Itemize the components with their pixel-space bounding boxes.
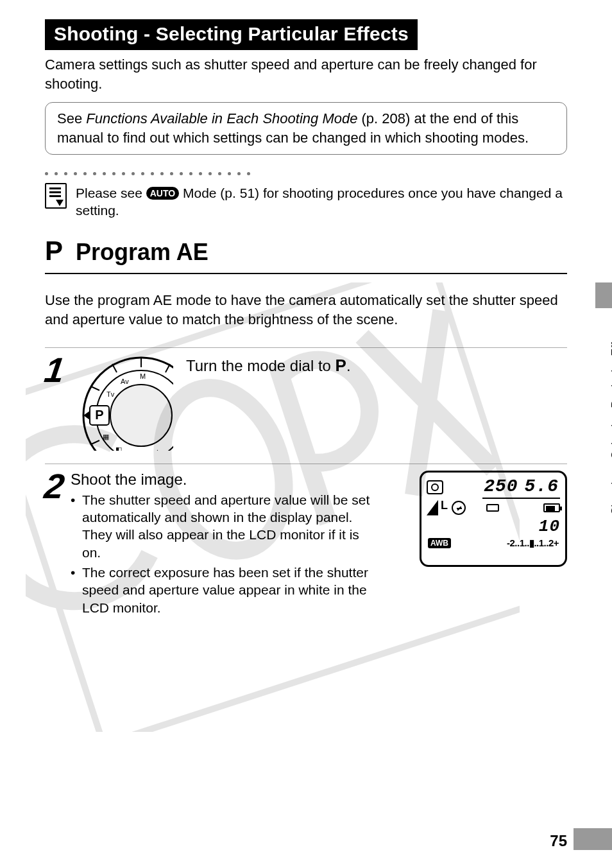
step-1: 1 P bbox=[45, 347, 567, 451]
step-1-instruction: Turn the mode dial to P. bbox=[186, 354, 351, 376]
flash-redeye-icon bbox=[452, 501, 466, 515]
step-2: 2 Shoot the image. The shutter speed and… bbox=[45, 464, 567, 619]
battery-icon bbox=[543, 503, 560, 512]
metering-mode-icon bbox=[427, 480, 443, 494]
side-tab-label: Shooting - Selecting Particular Effects bbox=[609, 321, 612, 515]
svg-text:▲: ▲ bbox=[154, 447, 161, 451]
section-description: Use the program AE mode to have the came… bbox=[45, 291, 567, 329]
chapter-heading: Shooting - Selecting Particular Effects bbox=[45, 19, 418, 50]
dotted-separator bbox=[45, 168, 567, 179]
step-2-heading: Shoot the image. bbox=[71, 471, 413, 489]
step-1-mode-letter: P bbox=[336, 356, 346, 375]
intro-paragraph: Camera settings such as shutter speed an… bbox=[45, 55, 567, 93]
step-2-bullet-2: The correct exposure has been set if the… bbox=[71, 564, 372, 616]
tip-text: Please see AUTO Mode (p. 51) for shootin… bbox=[76, 183, 567, 220]
step-1-text-post: . bbox=[346, 357, 351, 374]
step-1-text-pre: Turn the mode dial to bbox=[186, 357, 336, 374]
note-icon bbox=[45, 183, 67, 209]
image-quality-icon bbox=[427, 500, 438, 516]
callout-text-em: Functions Available in Each Shooting Mod… bbox=[86, 110, 357, 126]
svg-text:Av: Av bbox=[121, 378, 129, 385]
svg-text:◧: ◧ bbox=[115, 446, 122, 451]
awb-badge: AWB bbox=[428, 538, 451, 548]
section-heading: P Program AE bbox=[45, 236, 567, 274]
svg-text:M: M bbox=[140, 372, 146, 380]
image-size-letter: L bbox=[441, 499, 448, 512]
svg-text:Tv: Tv bbox=[106, 390, 115, 398]
section-title: Program AE bbox=[76, 239, 208, 266]
svg-text:P: P bbox=[95, 408, 103, 422]
step-number-2: 2 bbox=[43, 471, 73, 502]
page-number: 75 bbox=[550, 832, 567, 850]
side-tab-marker bbox=[595, 282, 612, 308]
auto-mode-badge: AUTO bbox=[146, 187, 179, 200]
aperture-value: 5.6 bbox=[525, 476, 559, 496]
lcd-display-panel: 250 5.6 L 10 AWB -2..1..▮..1..2+ bbox=[420, 471, 567, 567]
drive-mode-icon bbox=[486, 504, 499, 512]
callout-text-pre: See bbox=[57, 110, 86, 126]
reference-callout: See Functions Available in Each Shooting… bbox=[45, 102, 567, 154]
tip-pre: Please see bbox=[76, 186, 146, 200]
svg-text:▦: ▦ bbox=[103, 433, 109, 440]
shutter-speed-value: 250 bbox=[484, 476, 518, 496]
step-2-bullets: The shutter speed and aperture value wil… bbox=[71, 491, 413, 616]
shots-remaining-value: 10 bbox=[539, 517, 560, 536]
step-2-bullet-1: The shutter speed and aperture value wil… bbox=[71, 491, 372, 561]
side-tab: Shooting - Selecting Particular Effects bbox=[579, 282, 612, 668]
tip-row: Please see AUTO Mode (p. 51) for shootin… bbox=[45, 183, 567, 220]
svg-point-13 bbox=[110, 385, 172, 446]
mode-glyph-p: P bbox=[45, 236, 63, 266]
mode-dial-icon: P Tv Av M ▦ ◧ ☺ ▲ bbox=[71, 354, 173, 451]
exposure-compensation-scale: -2..1..▮..1..2+ bbox=[507, 537, 559, 549]
step-number-1: 1 bbox=[43, 354, 73, 386]
